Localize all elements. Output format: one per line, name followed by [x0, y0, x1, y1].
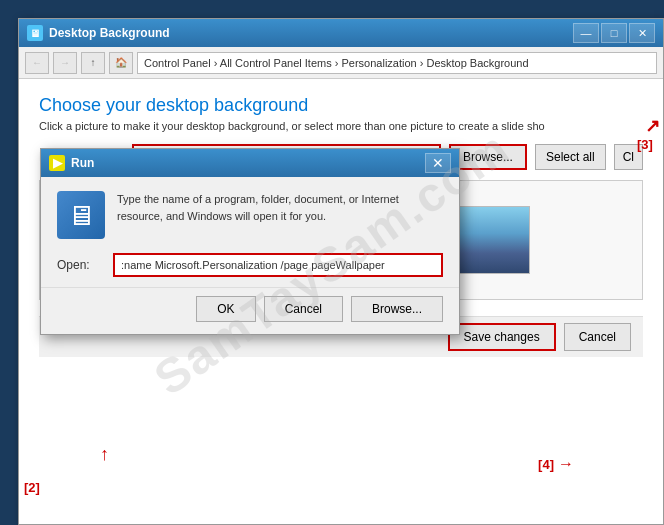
page-subtitle: Click a picture to make it your desktop … — [39, 120, 643, 132]
run-dialog-description: Type the name of a program, folder, docu… — [117, 191, 443, 224]
title-bar: 🖥 Desktop Background — □ ✕ — [19, 19, 663, 47]
select-all-button[interactable]: Select all — [535, 144, 606, 170]
run-dialog-title-bar: ▶ Run ✕ — [41, 149, 459, 177]
page-title: Choose your desktop background — [39, 95, 643, 116]
window-icon: 🖥 — [27, 25, 43, 41]
run-buttons-row: OK Cancel Browse... — [41, 287, 459, 334]
run-dialog-close-button[interactable]: ✕ — [425, 153, 451, 173]
forward-button[interactable]: → — [53, 52, 77, 74]
title-bar-controls: — □ ✕ — [573, 23, 655, 43]
run-dialog-icon: ▶ — [49, 155, 65, 171]
run-cancel-button[interactable]: Cancel — [264, 296, 343, 322]
run-open-row: Open: — [41, 253, 459, 287]
save-changes-button[interactable]: Save changes — [448, 323, 556, 351]
run-open-label: Open: — [57, 258, 105, 272]
run-ok-button[interactable]: OK — [196, 296, 255, 322]
minimize-button[interactable]: — — [573, 23, 599, 43]
run-dialog-content: 🖥 Type the name of a program, folder, do… — [41, 177, 459, 253]
clear-button[interactable]: Cl — [614, 144, 643, 170]
run-dialog-title: Run — [71, 156, 94, 170]
home-icon-button[interactable]: 🏠 — [109, 52, 133, 74]
browse-button[interactable]: Browse... — [449, 144, 527, 170]
back-button[interactable]: ← — [25, 52, 49, 74]
run-dialog-large-icon: 🖥 — [57, 191, 105, 239]
window-title: Desktop Background — [49, 26, 170, 40]
breadcrumb[interactable]: Control Panel › All Control Panel Items … — [137, 52, 657, 74]
run-open-input[interactable] — [113, 253, 443, 277]
breadcrumb-text: Control Panel › All Control Panel Items … — [144, 57, 529, 69]
navigation-bar: ← → ↑ 🏠 Control Panel › All Control Pane… — [19, 47, 663, 79]
close-button[interactable]: ✕ — [629, 23, 655, 43]
cancel-button-bottom[interactable]: Cancel — [564, 323, 631, 351]
run-dialog: ▶ Run ✕ 🖥 Type the name of a program, fo… — [40, 148, 460, 335]
up-button[interactable]: ↑ — [81, 52, 105, 74]
run-browse-button[interactable]: Browse... — [351, 296, 443, 322]
maximize-button[interactable]: □ — [601, 23, 627, 43]
